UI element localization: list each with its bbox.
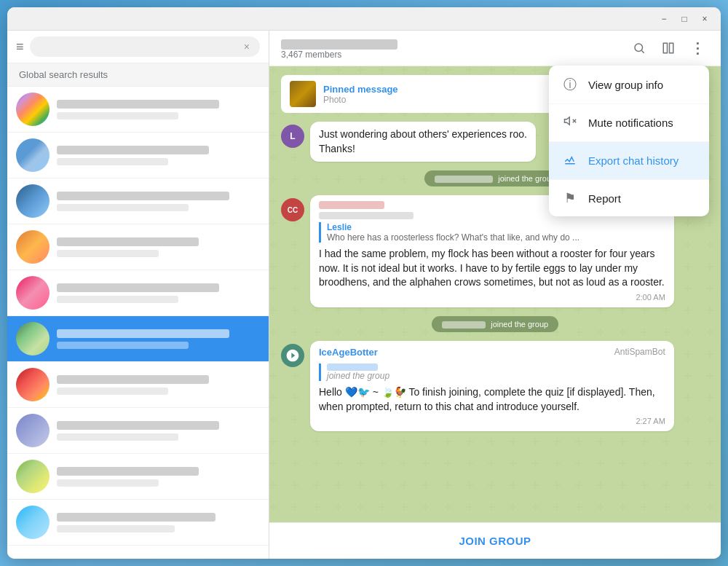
list-item[interactable] bbox=[7, 224, 269, 270]
pinned-thumbnail bbox=[290, 81, 316, 107]
dropdown-item-export-chat-history[interactable]: Export chat history bbox=[549, 142, 709, 180]
title-bar: − □ × bbox=[7, 7, 721, 31]
dropdown-item-label: View group info bbox=[588, 79, 663, 91]
info-icon: ⓘ bbox=[562, 76, 578, 93]
dropdown-item-report[interactable]: ⚑ Report bbox=[549, 180, 709, 216]
avatar bbox=[16, 368, 50, 401]
list-item[interactable] bbox=[7, 454, 269, 500]
flag-icon: ⚑ bbox=[562, 190, 578, 206]
list-item[interactable] bbox=[7, 178, 269, 224]
maximize-button[interactable]: □ bbox=[674, 12, 695, 26]
svg-point-0 bbox=[635, 44, 643, 52]
search-clear-button[interactable]: × bbox=[244, 41, 250, 52]
chat-header-info: 3,467 members bbox=[281, 36, 397, 59]
join-group-button[interactable]: JOIN GROUP bbox=[447, 532, 542, 550]
chat-header: 3,467 members ⋮ bbox=[269, 31, 721, 66]
search-bar: ≡ × bbox=[7, 31, 269, 63]
quote-author: Leslie bbox=[327, 222, 665, 232]
join-badge: joined the group bbox=[424, 170, 566, 186]
list-item[interactable] bbox=[7, 500, 269, 546]
join-notification: joined the group bbox=[281, 316, 709, 332]
sidebar: ≡ × Global search results bbox=[7, 31, 269, 559]
search-button[interactable] bbox=[628, 36, 651, 60]
avatar bbox=[16, 184, 50, 218]
avatar bbox=[16, 414, 50, 447]
list-item[interactable] bbox=[7, 133, 269, 178]
main-content: ≡ × Global search results bbox=[7, 31, 721, 559]
avatar bbox=[16, 138, 50, 172]
chat-name bbox=[281, 36, 397, 49]
avatar: L bbox=[281, 125, 304, 148]
search-input[interactable] bbox=[40, 41, 244, 52]
message-text: Just wondering about others' experiences… bbox=[319, 127, 527, 156]
quote-text: Who here has a roosterless flock? What's… bbox=[327, 232, 665, 243]
message-text: Hello 💙🐦 ~ 🍃🐓 To finish joining, complet… bbox=[319, 385, 665, 414]
quote-block: Leslie Who here has a roosterless flock?… bbox=[319, 222, 665, 243]
svg-rect-2 bbox=[663, 43, 667, 53]
dropdown-item-label: Export chat history bbox=[588, 154, 678, 167]
join-group-bar: JOIN GROUP bbox=[269, 522, 721, 559]
list-item-active[interactable] bbox=[7, 316, 269, 362]
message-bubble: IceAgeBotter AntiSpamBot joined the grou… bbox=[310, 341, 674, 431]
chat-info bbox=[57, 375, 260, 395]
chat-info bbox=[57, 283, 260, 303]
chat-info bbox=[57, 421, 260, 441]
message-row: IceAgeBotter AntiSpamBot joined the grou… bbox=[281, 341, 709, 431]
dropdown-item-view-group-info[interactable]: ⓘ View group info bbox=[549, 66, 709, 104]
list-item[interactable] bbox=[7, 87, 269, 133]
chat-info bbox=[57, 329, 260, 349]
join-badge: joined the group bbox=[432, 316, 558, 332]
list-item[interactable] bbox=[7, 408, 269, 454]
message-sender: IceAgeBotter bbox=[319, 347, 378, 358]
chat-info bbox=[57, 513, 260, 532]
anti-spam-label: AntiSpamBot bbox=[614, 347, 665, 361]
chat-list bbox=[7, 87, 269, 559]
dropdown-menu: ⓘ View group info Mute notifications Exp… bbox=[549, 66, 709, 216]
avatar bbox=[281, 344, 304, 367]
joined-text: joined the group bbox=[327, 371, 665, 381]
chat-info bbox=[57, 100, 260, 119]
list-item[interactable] bbox=[7, 362, 269, 408]
dropdown-item-label: Report bbox=[588, 192, 621, 205]
column-view-button[interactable] bbox=[657, 36, 680, 60]
hamburger-icon[interactable]: ≡ bbox=[16, 39, 24, 55]
more-options-button[interactable]: ⋮ bbox=[686, 36, 709, 60]
chat-info bbox=[57, 192, 260, 211]
pinned-info: Pinned message Photo bbox=[323, 84, 398, 105]
global-search-label: Global search results bbox=[7, 63, 269, 87]
quote-block: joined the group bbox=[319, 363, 665, 381]
message-bubble: Just wondering about others' experiences… bbox=[310, 122, 536, 162]
join-text: joined the group bbox=[491, 320, 548, 329]
chat-info bbox=[57, 467, 260, 487]
join-text: joined the group bbox=[498, 174, 555, 183]
pinned-label: Pinned message bbox=[323, 84, 398, 95]
dropdown-item-label: Mute notifications bbox=[588, 117, 673, 129]
message-text: I had the same problem, my flock has bee… bbox=[319, 247, 665, 290]
chat-info bbox=[57, 237, 260, 257]
pinned-sub: Photo bbox=[323, 95, 398, 105]
message-time: 2:27 AM bbox=[319, 417, 665, 425]
avatar bbox=[16, 460, 50, 493]
mute-icon bbox=[562, 114, 578, 131]
avatar bbox=[16, 230, 50, 264]
chat-header-actions: ⋮ bbox=[628, 36, 709, 60]
minimize-button[interactable]: − bbox=[654, 12, 674, 26]
avatar bbox=[16, 506, 50, 539]
avatar: CC bbox=[281, 198, 304, 221]
search-input-wrapper: × bbox=[30, 36, 260, 57]
avatar bbox=[16, 276, 50, 310]
chat-member-count: 3,467 members bbox=[281, 50, 397, 60]
list-item[interactable] bbox=[7, 270, 269, 316]
dropdown-item-mute-notifications[interactable]: Mute notifications bbox=[549, 104, 709, 142]
message-time: 2:00 AM bbox=[319, 293, 665, 302]
avatar bbox=[16, 93, 50, 126]
chat-info bbox=[57, 146, 260, 165]
app-window: − □ × ≡ × Global search results bbox=[7, 7, 721, 559]
close-button[interactable]: × bbox=[695, 12, 715, 26]
export-icon bbox=[562, 152, 578, 169]
chat-panel: 3,467 members ⋮ bbox=[269, 31, 721, 559]
avatar bbox=[16, 322, 50, 355]
svg-rect-3 bbox=[670, 43, 673, 53]
svg-line-1 bbox=[641, 50, 644, 52]
